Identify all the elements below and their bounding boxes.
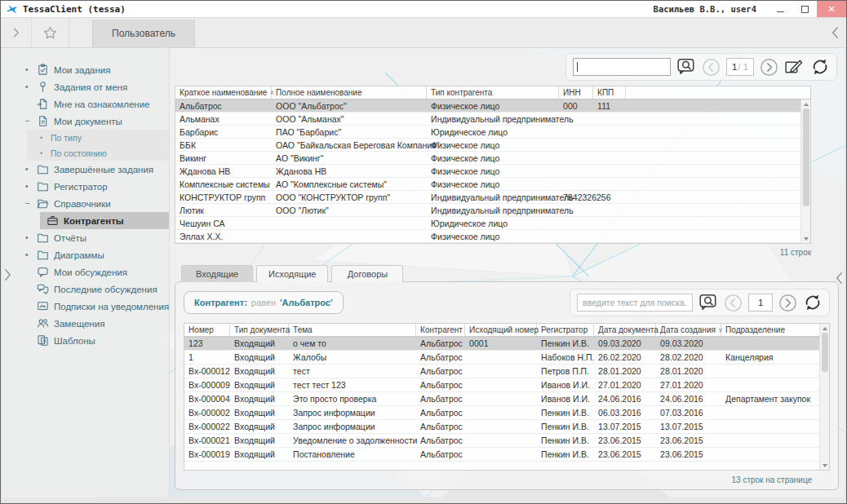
right-panel-collapse-handle[interactable] <box>835 270 844 290</box>
sidebar-item-by-state[interactable]: • По состоянию <box>27 145 169 161</box>
favorites-button[interactable] <box>32 18 69 47</box>
column-header[interactable]: ИНН <box>559 86 593 99</box>
column-header[interactable]: Тип контрагента <box>427 86 559 99</box>
chevron-left-circle-icon <box>724 294 743 312</box>
sidebar-item-templates[interactable]: Шаблоны <box>2 332 169 349</box>
column-header[interactable]: КПП <box>593 86 626 99</box>
close-button[interactable]: ✕ <box>817 1 846 17</box>
documents-panel: Контрагент: равен 'Альбатрос' <box>175 281 839 490</box>
sidebar-item-my-documents[interactable]: − Мои документы <box>2 113 169 130</box>
table-row[interactable]: ББК ОАО "Байкальская Береговая Компания"… <box>175 139 810 152</box>
next-page-button[interactable] <box>760 58 778 77</box>
sidebar-item-notification-subscriptions[interactable]: Подписки на уведомления <box>2 298 169 315</box>
page-indicator[interactable]: 1 / 1 <box>726 58 754 76</box>
sidebar-item-for-my-review[interactable]: Мне на ознакомление <box>2 95 169 113</box>
contractors-table-scrollbar[interactable] <box>800 99 810 243</box>
sidebar-item-registrar[interactable]: • Регистратор <box>2 178 169 195</box>
documents-tab[interactable]: Входящие <box>181 265 253 282</box>
tab-strip: Пользователь <box>1 18 846 48</box>
table-row[interactable]: Вх-000019 Входящий Постановление Альбатр… <box>184 448 829 462</box>
documents-search-group: 1 <box>570 289 830 316</box>
sidebar-item-my-discussions[interactable]: Мои обсуждения <box>2 263 169 281</box>
next-page-button[interactable] <box>778 294 797 312</box>
table-row[interactable]: Чешуин СА Юридическое лицо <box>175 217 810 230</box>
sidebar-item-tasks-from-me[interactable]: • Задания от меня <box>2 78 169 95</box>
scrollbar-thumb[interactable] <box>803 108 809 206</box>
column-header[interactable]: Номер <box>184 324 230 336</box>
prev-page-button[interactable] <box>702 58 721 77</box>
column-header[interactable]: Дата создания∨ <box>656 324 721 336</box>
column-header[interactable]: Регистратор <box>537 324 594 336</box>
table-row[interactable]: 1 Входящий Жалобы Альбатрос Набоков Н.П.… <box>184 351 829 365</box>
column-header[interactable]: Тема <box>289 324 416 336</box>
table-row[interactable]: Викинг АО "Викинг" Физическое лицо <box>175 152 810 165</box>
sidebar-item-dictionaries[interactable]: − Справочники <box>2 195 169 212</box>
documents-tab[interactable]: Договоры <box>331 265 403 282</box>
column-header[interactable]: Полное наименование <box>272 86 427 99</box>
search-view-button[interactable] <box>676 58 696 76</box>
filter-chip[interactable]: Контрагент: равен 'Альбатрос' <box>184 291 344 314</box>
sidebar-item-recent-discussions[interactable]: Последние обсуждения <box>2 281 169 298</box>
refresh-button[interactable] <box>803 293 823 312</box>
tab-user[interactable]: Пользователь <box>92 20 195 47</box>
table-row[interactable]: Лютик ООО "Лютик" Индивидуальный предпри… <box>175 204 810 217</box>
sidebar-collapse-handle[interactable] <box>3 267 12 286</box>
scroll-up-arrow[interactable] <box>801 99 811 108</box>
documents-search-input[interactable] <box>577 294 693 312</box>
table-row[interactable]: КОНСТРУКТОР групп ООО "КОНСТРУКТОР групп… <box>175 191 810 204</box>
prev-page-button[interactable] <box>724 294 743 312</box>
notification-screen-icon <box>37 300 54 312</box>
table-row[interactable]: Вх-000009 Входящий тест тест 123 Альбатр… <box>184 378 829 392</box>
documents-tab[interactable]: Исходящие <box>256 265 328 282</box>
scrollbar-thumb[interactable] <box>822 333 828 372</box>
briefcase-icon <box>47 214 64 227</box>
table-row[interactable]: 123 Входящий о чем то Альбатрос 0001 Пен… <box>184 337 829 351</box>
column-header[interactable]: Краткое наименование∧ <box>175 86 272 99</box>
folder-icon <box>37 249 54 261</box>
column-header[interactable] <box>626 86 812 99</box>
column-header[interactable]: Контрагент <box>416 324 465 336</box>
sidebar-item-diagrams[interactable]: • Диаграммы <box>2 246 169 263</box>
sidebar-item-contractors[interactable]: Контрагенты <box>40 212 169 229</box>
search-view-button[interactable] <box>698 294 718 312</box>
documents-table-scrollbar[interactable] <box>819 324 829 470</box>
column-header[interactable]: Подразделение <box>721 324 805 336</box>
refresh-button[interactable] <box>810 57 830 77</box>
table-row[interactable]: Барбарис ПАО "Барбарис" Юридическое лицо <box>175 126 810 139</box>
scroll-up-arrow[interactable] <box>820 324 830 333</box>
folder-open-icon <box>37 197 54 210</box>
column-header[interactable]: Тип документа <box>230 324 289 336</box>
sidebar-item-substitutions[interactable]: Замещения <box>2 315 169 332</box>
title-bar: TessaClient (tessa) Васильев В.В., user4… <box>1 1 846 18</box>
column-header[interactable]: Дата документа <box>594 324 656 336</box>
maximize-button[interactable] <box>792 1 817 17</box>
table-row[interactable]: Эллах Х.Х. Физическое лицо <box>175 230 810 243</box>
edit-button[interactable] <box>784 58 805 77</box>
nav-forward-button[interactable] <box>1 18 32 47</box>
sidebar-item-completed-tasks[interactable]: • Завершённые задания <box>2 161 169 178</box>
table-row[interactable]: Вх-000002 Входящий Запрос информации Аль… <box>184 406 829 420</box>
column-header[interactable]: Исходящий номер <box>465 324 537 336</box>
collapse-right-button[interactable] <box>831 25 840 43</box>
chevron-right-circle-icon <box>778 294 797 312</box>
table-row[interactable]: Комплексные системы АО "Комплексные сист… <box>175 178 810 191</box>
contractors-table: Краткое наименование∧ Полное наименовани… <box>175 86 811 244</box>
contractors-table-body: Альбатрос ООО "Альбатрос" Физическое лиц… <box>175 99 810 243</box>
people-icon <box>37 317 54 329</box>
scroll-down-arrow[interactable] <box>801 234 811 243</box>
contractors-search-input[interactable] <box>573 58 671 76</box>
sidebar-item-by-type[interactable]: • По типу <box>27 130 169 145</box>
sidebar-item-my-tasks[interactable]: • Мои задания <box>2 61 169 78</box>
table-row[interactable]: Альманах ООО "Альманах" Индивидуальный п… <box>175 113 810 126</box>
scroll-down-arrow[interactable] <box>820 461 830 470</box>
table-row[interactable]: Альбатрос ООО "Альбатрос" Физическое лиц… <box>175 99 810 113</box>
table-row[interactable]: Жданова НВ Жданова НВ Физическое лицо <box>175 165 810 178</box>
page-indicator[interactable]: 1 <box>748 294 773 312</box>
table-row[interactable]: Вх-000004 Входящий Это просто проверка А… <box>184 392 829 406</box>
table-row[interactable]: Вх-000012 Входящий тест Альбатрос Петров… <box>184 365 829 378</box>
table-row[interactable]: Вх-000021 Входящий Уведомление о задолже… <box>184 434 829 448</box>
documents-table: Номер Тип документа Тема Контрагент Исхо… <box>184 323 830 471</box>
minimize-button[interactable] <box>768 1 792 17</box>
sidebar-item-reports[interactable]: • Отчёты <box>2 229 169 246</box>
table-row[interactable]: Вх-000022 Входящий Запрос информации Аль… <box>184 420 829 434</box>
